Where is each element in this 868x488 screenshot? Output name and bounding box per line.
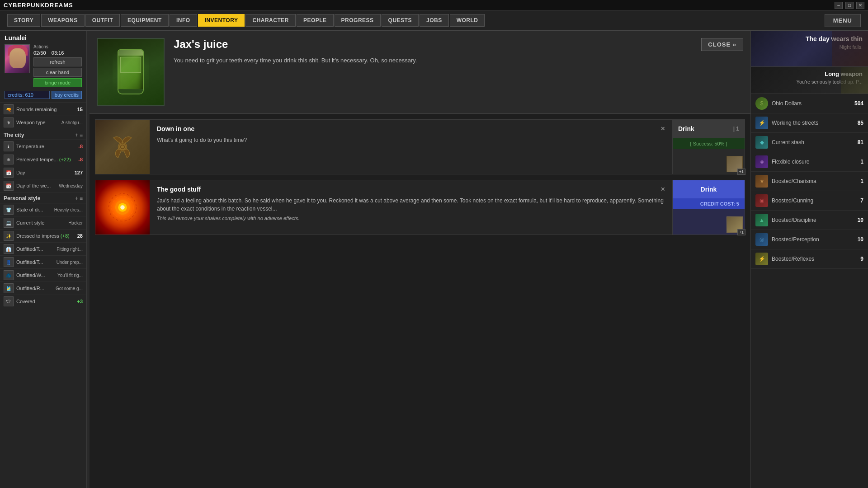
- weapon-icon: 🗡: [4, 117, 14, 127]
- app-title-2: PUNK: [27, 2, 45, 9]
- card1-title-text: Down in one: [157, 125, 194, 132]
- current-stash-value: 81: [858, 139, 863, 145]
- credit-cost: CREDIT COST: 5: [673, 198, 745, 209]
- current-style-value: Hacker: [68, 221, 83, 225]
- temperature-label: Temperature: [16, 144, 75, 149]
- card2-thumbnail: +1: [673, 209, 745, 235]
- action-buttons: refresh clear hand binge mode: [33, 57, 82, 87]
- buy-credits-button[interactable]: buy credits: [52, 91, 82, 99]
- refresh-button[interactable]: refresh: [33, 57, 82, 66]
- swirl-symbol: [104, 189, 141, 225]
- state-of-dress-item: 👕 State of dr... Heavily dres...: [0, 203, 86, 216]
- ohio-dollars-icon: $: [755, 97, 768, 110]
- tab-world[interactable]: WORLD: [450, 14, 485, 27]
- style-section-header: Personal style + ≡: [0, 192, 86, 203]
- boosted-perception-value: 10: [858, 236, 863, 243]
- drink-button-2[interactable]: Drink: [673, 180, 745, 198]
- style-options-icon[interactable]: ≡: [80, 195, 83, 202]
- tab-inventory[interactable]: INVENTORY: [198, 14, 245, 27]
- drink-button-1[interactable]: Drink | 1: [673, 120, 745, 138]
- outfitted-t2-item: 👖 Outfitted/T... Under prep...: [0, 256, 86, 269]
- day-of-week-label: Day of the we...: [16, 183, 56, 188]
- city-options-icon[interactable]: ≡: [80, 132, 83, 138]
- maximize-button[interactable]: □: [845, 2, 854, 9]
- top-banner: The day wears thin Night falls.: [751, 31, 868, 67]
- player-stats: Actions 02/50 03:16 refresh clear hand b…: [33, 44, 82, 87]
- main-layout: Lunalei Actions 02/50 03:16: [0, 31, 868, 488]
- close-window-button[interactable]: ✕: [856, 2, 864, 9]
- window-controls: – □ ✕: [835, 2, 864, 9]
- main-content: Jax's juice You need to grit your teeth …: [90, 31, 750, 488]
- title-bar: CYBERPUNKDREAMS – □ ✕: [0, 0, 868, 11]
- tab-people[interactable]: PEOPLE: [297, 14, 334, 27]
- style-expand-icon[interactable]: +: [75, 195, 78, 202]
- day-of-week-value: Wednesday: [59, 183, 83, 188]
- minimize-button[interactable]: –: [835, 2, 843, 9]
- outfitted-t1-item: 👔 Outfitted/T... Fitting right...: [0, 243, 86, 256]
- outfitted-t1-icon: 👔: [4, 244, 14, 254]
- card2-italic: This will remove your shakes completely …: [157, 216, 665, 221]
- card2-action: Drink CREDIT COST: 5 +1: [672, 180, 745, 235]
- long-weapon-banner: Long weapon You're seriously tooled up. …: [751, 67, 868, 94]
- swirl-background: [95, 180, 150, 235]
- card1-thumb-count: +1: [737, 169, 745, 175]
- outfitted-w-value: You'll fit rig...: [57, 273, 83, 278]
- item-description: You need to grit your teeth every time y…: [174, 56, 743, 65]
- tab-progress[interactable]: PROGRESS: [335, 14, 381, 27]
- player-section: Lunalei Actions 02/50 03:16: [0, 31, 86, 103]
- right-sidebar: The day wears thin Night falls. Long wea…: [750, 31, 868, 488]
- tab-jobs[interactable]: JOBS: [420, 14, 449, 27]
- card2-thumb-count: +1: [737, 229, 745, 235]
- credits-row: credits: 610 buy credits: [5, 91, 82, 99]
- current-stash-icon: ◆: [755, 136, 768, 149]
- card1-action: Drink | 1 [ Success: 50% ] +1: [672, 120, 745, 174]
- day-value: 127: [75, 170, 83, 175]
- boosted-perception-label: Boosted/Perception: [772, 236, 854, 243]
- city-section-title: The city: [4, 132, 24, 138]
- outfitted-t2-icon: 👖: [4, 257, 14, 267]
- clear-hand-button[interactable]: clear hand: [33, 68, 82, 77]
- nav-tabs: STORY WEAPONS OUTFIT EQUIPMENT INFO INVE…: [7, 14, 485, 27]
- rounds-remaining-label: Rounds remaining: [16, 107, 75, 112]
- juice-image: [98, 39, 164, 105]
- tab-story[interactable]: STORY: [7, 14, 40, 27]
- dressed-to-impress-item: ✨ Dressed to impress (+8) 28: [0, 230, 86, 243]
- city-expand-icon[interactable]: +: [75, 132, 78, 138]
- temperature-icon: 🌡: [4, 141, 14, 151]
- tab-info[interactable]: INFO: [170, 14, 197, 27]
- boosted-cunning-value: 7: [860, 197, 863, 204]
- close-button[interactable]: CLOSE: [701, 38, 743, 51]
- ohio-dollars-label: Ohio Dollars: [772, 100, 851, 107]
- current-style-item: 💻 Current style Hacker: [0, 216, 86, 230]
- left-sidebar: Lunalei Actions 02/50 03:16: [0, 31, 87, 488]
- card1-close-icon[interactable]: ✕: [660, 126, 665, 132]
- tab-equipment[interactable]: EQUIPMENT: [121, 14, 169, 27]
- tab-weapons[interactable]: WEAPONS: [41, 14, 85, 27]
- boosted-cunning-entry: ◉ Boosted/Cunning 7: [751, 191, 868, 211]
- banner-image: [832, 31, 868, 66]
- svg-point-2: [121, 145, 124, 148]
- card2-close-icon[interactable]: ✕: [660, 186, 665, 192]
- card1-body: Down in one ✕ What's it going to do to y…: [150, 120, 672, 174]
- card1-title: Down in one ✕: [157, 125, 665, 132]
- boosted-discipline-value: 10: [858, 217, 863, 223]
- tab-character[interactable]: CHARACTER: [245, 14, 296, 27]
- binge-mode-button[interactable]: binge mode: [33, 78, 82, 87]
- player-name: Lunalei: [5, 34, 82, 42]
- tab-quests[interactable]: QUESTS: [382, 14, 419, 27]
- card1-image: [95, 120, 150, 174]
- boosted-discipline-icon: ▲: [755, 214, 768, 226]
- style-section-title: Personal style: [4, 195, 40, 202]
- boosted-charisma-label: Boosted/Charisma: [772, 178, 857, 184]
- day-label: Day: [16, 170, 72, 175]
- menu-button[interactable]: MENU: [825, 14, 861, 27]
- tab-outfit[interactable]: OUTFIT: [85, 14, 120, 27]
- nav-bar: STORY WEAPONS OUTFIT EQUIPMENT INFO INVE…: [0, 11, 868, 31]
- charisma-symbol: ★: [760, 178, 764, 184]
- weapon-type-value: A shotgu...: [61, 120, 83, 125]
- outfitted-r-label: Outfitted/R...: [16, 286, 53, 291]
- outfitted-r-icon: 🎽: [4, 283, 14, 293]
- boosted-reflexes-value: 9: [860, 256, 863, 262]
- weapon-type-item: 🗡 Weapon type A shotgu...: [0, 116, 86, 129]
- item-header: Jax's juice You need to grit your teeth …: [90, 31, 750, 114]
